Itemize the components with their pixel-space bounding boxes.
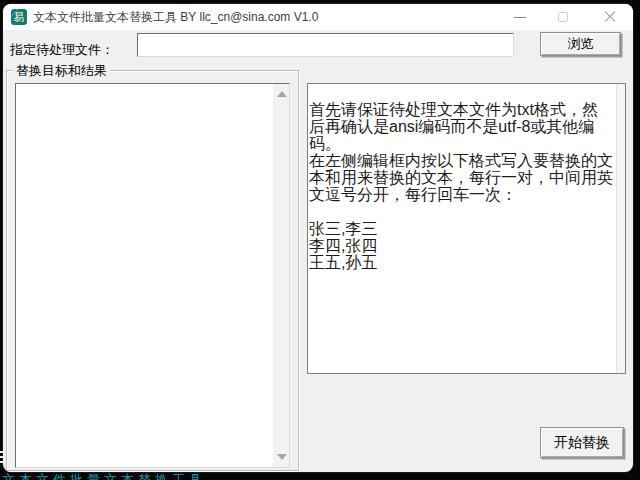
groupbox-title: 替换目标和结果 [13, 62, 110, 80]
close-icon [602, 4, 618, 30]
minimize-button[interactable] [512, 4, 528, 30]
titlebar[interactable]: 易 文本文件批量文本替换工具 BY llc_cn@sina.com V1.0 [3, 4, 633, 30]
maximize-icon [558, 12, 568, 22]
instructions-text: 首先请保证待处理文本文件为txt格式，然 后再确认是ansi编码而不是utf-8… [309, 101, 613, 271]
replace-groupbox: 替换目标和结果 [6, 70, 299, 471]
desktop-icon-label: 文本文件批量文本替换工具 [2, 473, 252, 480]
minimize-icon [514, 17, 526, 18]
scroll-down-icon[interactable] [277, 454, 287, 460]
replacement-pairs-editor[interactable] [15, 83, 290, 468]
easy-language-logo-icon: 易 [11, 9, 27, 25]
instructions-panel: 首先请保证待处理文本文件为txt格式，然 后再确认是ansi编码而不是utf-8… [307, 83, 626, 374]
file-path-label: 指定待处理文件： [10, 41, 114, 59]
instructions-scroll-strip [616, 84, 625, 373]
file-path-input[interactable] [137, 33, 514, 57]
scroll-up-icon[interactable] [277, 91, 287, 97]
app-window: 易 文本文件批量文本替换工具 BY llc_cn@sina.com V1.0 指… [3, 4, 633, 472]
editor-scrollbar[interactable] [273, 84, 289, 467]
start-replace-button[interactable]: 开始替换 [540, 427, 624, 458]
window-title: 文本文件批量文本替换工具 BY llc_cn@sina.com V1.0 [33, 4, 318, 30]
maximize-button[interactable] [555, 4, 571, 30]
browse-button[interactable]: 浏览 [540, 32, 621, 56]
close-button[interactable] [602, 4, 618, 30]
